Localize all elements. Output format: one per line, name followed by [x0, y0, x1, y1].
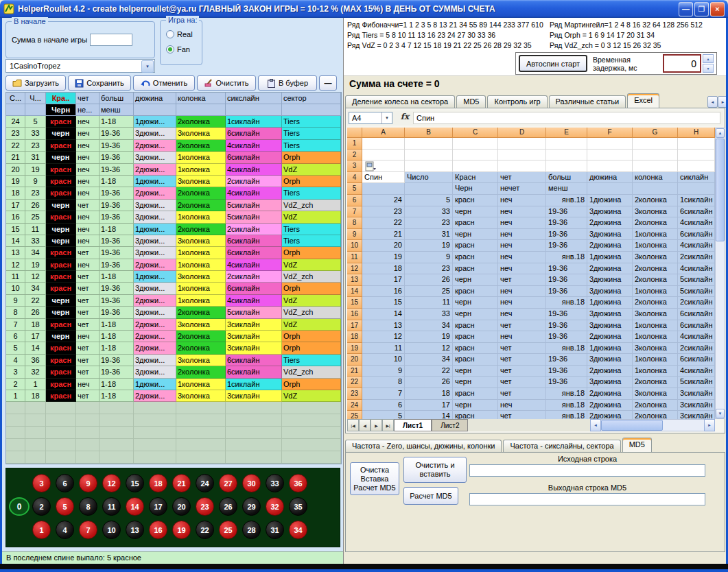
cell-B23[interactable]: 18	[405, 388, 453, 400]
cell-G13[interactable]: 2колонка	[633, 274, 678, 286]
spin-row[interactable]: 718краснчет1-182дюжи...3колонка3сиклайнV…	[6, 319, 341, 331]
cell-F21[interactable]: 2дюжина	[587, 366, 633, 377]
cell-E14[interactable]: 19-36	[546, 286, 587, 298]
tab-excel[interactable]: Excel	[627, 93, 659, 108]
cell-H3[interactable]	[678, 160, 715, 172]
cell-E3[interactable]	[546, 160, 587, 172]
cell-C20[interactable]: красн	[453, 354, 498, 366]
board-number-7[interactable]: 7	[79, 521, 97, 539]
cell-B7[interactable]: 33	[405, 206, 453, 218]
md5-output[interactable]	[469, 493, 705, 505]
cell-D10[interactable]: неч	[498, 240, 546, 252]
cell-A1[interactable]	[362, 138, 405, 150]
grid-corner[interactable]	[347, 128, 362, 138]
spin-row[interactable]: 922чернчет19-362дюжи...1колонка4сиклайнV…	[6, 295, 341, 307]
column-header[interactable]: колонка	[176, 93, 226, 104]
board-number-32[interactable]: 32	[266, 497, 284, 516]
cell-H19[interactable]: 2сиклайн	[678, 343, 715, 355]
board-number-27[interactable]: 27	[219, 474, 237, 492]
board-number-12[interactable]: 12	[102, 474, 121, 492]
delay-spin-down-icon[interactable]: ▼	[703, 64, 714, 73]
cell-G1[interactable]	[633, 138, 678, 150]
cell-E1[interactable]	[546, 138, 587, 150]
board-number-29[interactable]: 29	[242, 497, 261, 516]
spin-row[interactable]: 1726чернчет19-363дюжи...2колонка5сиклайн…	[6, 200, 341, 211]
board-number-30[interactable]: 30	[242, 474, 261, 492]
spin-row[interactable]: 2333черннеч19-363дюжи...3колонка6сиклайн…	[6, 128, 341, 139]
cell-D18[interactable]: неч	[498, 331, 546, 343]
spin-row[interactable]: 1334краснчет19-363дюжи...1колонка6сиклай…	[6, 247, 341, 259]
scroll-up-icon[interactable]: ▲	[716, 128, 725, 138]
scroll-right-icon[interactable]: ►	[704, 419, 715, 431]
cell-G15[interactable]: 2колонка	[633, 297, 678, 309]
cell-C23[interactable]: красн	[453, 388, 498, 400]
spin-row[interactable]: 118краснчет1-182дюжи...3колонка3сиклайнV…	[6, 390, 341, 402]
cell-E4[interactable]: больш	[546, 172, 587, 184]
column-header[interactable]: С...	[6, 93, 25, 104]
tab-game-control[interactable]: Контроль игр	[487, 95, 547, 108]
cell-E20[interactable]: 19-36	[546, 354, 587, 366]
cell-G6[interactable]: 2колонка	[633, 195, 678, 206]
cell-G23[interactable]: 3колонка	[633, 388, 678, 400]
row-header-11[interactable]: 11	[347, 252, 362, 263]
board-number-20[interactable]: 20	[172, 497, 191, 516]
cell-D14[interactable]: неч	[498, 286, 546, 298]
cell-E24[interactable]: янв.18	[546, 400, 587, 412]
cell-A21[interactable]: 9	[362, 366, 405, 377]
cell-G20[interactable]: 1колонка	[633, 354, 678, 366]
cell-E18[interactable]: 19-36	[546, 331, 587, 343]
board-number-15[interactable]: 15	[126, 474, 144, 492]
col-header-F[interactable]: F	[587, 128, 633, 138]
cell-B9[interactable]: 31	[405, 229, 453, 241]
cell-B13[interactable]: 26	[405, 274, 453, 286]
cell-B19[interactable]: 12	[405, 343, 453, 355]
cell-E2[interactable]	[546, 150, 587, 161]
horizontal-scroll-track[interactable]	[601, 419, 704, 431]
cell-B1[interactable]	[405, 138, 453, 150]
board-number-31[interactable]: 31	[266, 521, 284, 539]
excel-horizontal-scrollbar[interactable]: ◄ ►	[590, 419, 715, 431]
cell-F11[interactable]: 1дюжина	[587, 252, 633, 263]
row-header-18[interactable]: 18	[347, 331, 362, 343]
cell-G7[interactable]: 3колонка	[633, 206, 678, 218]
cell-C9[interactable]: черн	[453, 229, 498, 241]
cell-F4[interactable]: дюжина	[587, 172, 633, 184]
row-header-5[interactable]: 5	[347, 183, 362, 195]
name-box-arrow-icon[interactable]: ▼	[381, 112, 392, 123]
cell-G14[interactable]: 1колонка	[633, 286, 678, 298]
col-header-G[interactable]: G	[633, 128, 678, 138]
row-header-7[interactable]: 7	[347, 206, 362, 218]
sheet-nav-last[interactable]: ▶|	[382, 419, 394, 431]
board-number-0[interactable]: 0	[9, 497, 30, 516]
cell-E15[interactable]: янв.18	[546, 297, 587, 309]
cell-G10[interactable]: 1колонка	[633, 240, 678, 252]
cell-G2[interactable]	[633, 150, 678, 161]
cell-C15[interactable]: черн	[453, 297, 498, 309]
board-number-13[interactable]: 13	[126, 521, 144, 539]
cell-E10[interactable]: 19-36	[546, 240, 587, 252]
cell-H11[interactable]: 2сиклайн	[678, 252, 715, 263]
spin-row[interactable]: 245красннеч1-181дюжи...2колонка1сиклайнT…	[6, 116, 341, 128]
cell-C18[interactable]: красн	[453, 331, 498, 343]
cell-F25[interactable]: 2дюжина	[587, 411, 633, 419]
md5-input[interactable]	[469, 464, 705, 477]
cell-D21[interactable]: чет	[498, 366, 546, 377]
cell-C8[interactable]: красн	[453, 217, 498, 229]
cell-G17[interactable]: 1колонка	[633, 320, 678, 332]
cell-H23[interactable]: 3сиклайн	[678, 388, 715, 400]
spin-row[interactable]: 1112краснчет1-181дюжи...3колонка2сиклайн…	[6, 271, 341, 283]
cell-D15[interactable]: неч	[498, 297, 546, 309]
cell-A13[interactable]: 17	[362, 274, 405, 286]
board-number-26[interactable]: 26	[219, 497, 237, 516]
col-header-H[interactable]: H	[678, 128, 715, 138]
cell-A18[interactable]: 12	[362, 331, 405, 343]
cell-A4[interactable]: Спин	[362, 172, 405, 184]
close-button[interactable]: ×	[710, 2, 725, 16]
column-header[interactable]: дюжина	[134, 93, 176, 104]
board-number-11[interactable]: 11	[102, 497, 121, 516]
delay-value[interactable]: 0	[663, 54, 701, 73]
cell-A24[interactable]: 6	[362, 400, 405, 412]
cell-D2[interactable]	[498, 150, 546, 161]
cell-B17[interactable]: 34	[405, 320, 453, 332]
cell-B25[interactable]: 14	[405, 411, 453, 419]
